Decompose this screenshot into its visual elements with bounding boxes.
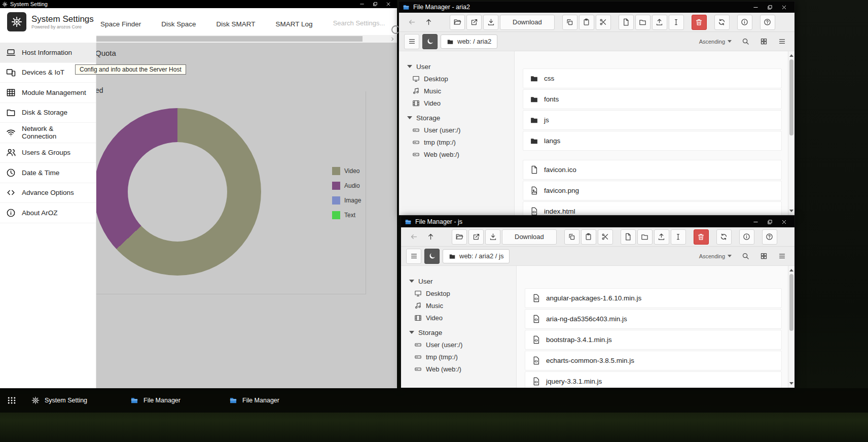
- search-settings-input[interactable]: [333, 19, 391, 27]
- tree-section-storage[interactable]: Storage: [401, 326, 516, 338]
- folder-row-js[interactable]: js: [523, 110, 782, 130]
- cut-button[interactable]: [596, 15, 611, 30]
- scrollbar-thumb[interactable]: [96, 36, 363, 42]
- open-in-new-window-button[interactable]: [468, 229, 484, 245]
- tab-smart-log[interactable]: SMART Log: [276, 20, 313, 28]
- list-view-button[interactable]: [774, 249, 789, 264]
- folder-row-fonts[interactable]: fonts: [523, 89, 782, 109]
- tree-item-video[interactable]: Video: [401, 312, 516, 324]
- properties-button[interactable]: [737, 15, 752, 30]
- refresh-button[interactable]: [714, 15, 730, 30]
- folder-row-css[interactable]: css: [523, 69, 782, 88]
- taskbar-item-file-manager-2[interactable]: File Manager: [221, 388, 320, 413]
- tree-item-user-drive[interactable]: User (user:/): [399, 124, 514, 136]
- new-file-button[interactable]: [619, 15, 634, 30]
- window-titlebar[interactable]: File Manager - js: [401, 216, 794, 227]
- scroll-down-arrow[interactable]: [789, 382, 793, 385]
- back-button[interactable]: [404, 15, 419, 30]
- paste-button[interactable]: [581, 229, 596, 245]
- tree-item-web-drive[interactable]: Web (web:/): [399, 148, 514, 160]
- tree-item-desktop[interactable]: Desktop: [399, 73, 514, 85]
- file-row-angular[interactable]: angular-packages-1.6.10.min.js: [525, 288, 782, 308]
- file-row-favicon-ico[interactable]: favicon.ico: [523, 160, 782, 180]
- sidebar-item-network-connection[interactable]: Network & Connection: [0, 123, 96, 143]
- minimize-button[interactable]: [748, 216, 763, 227]
- cut-button[interactable]: [598, 229, 613, 245]
- app-launcher-button[interactable]: [0, 388, 23, 413]
- upload-button[interactable]: [654, 229, 669, 245]
- scrollbar[interactable]: [788, 51, 794, 215]
- legend-item-text[interactable]: Text: [332, 211, 361, 219]
- tab-disk-smart[interactable]: Disk SMART: [216, 20, 256, 28]
- theme-toggle-button[interactable]: [422, 34, 438, 49]
- sidebar-item-users-groups[interactable]: Users & Groups: [0, 143, 96, 163]
- scroll-down-arrow[interactable]: [789, 210, 793, 212]
- tree-item-music[interactable]: Music: [401, 299, 516, 312]
- tree-section-user[interactable]: User: [401, 275, 516, 287]
- tree-item-music[interactable]: Music: [399, 85, 514, 97]
- open-folder-button[interactable]: [450, 15, 465, 30]
- tree-item-user-drive[interactable]: User (user:/): [401, 338, 516, 351]
- tab-disk-space[interactable]: Disk Space: [161, 20, 196, 28]
- close-button[interactable]: [777, 2, 791, 13]
- horizontal-scrollbar[interactable]: [96, 35, 397, 43]
- delete-button[interactable]: [694, 229, 709, 245]
- download-icon-button[interactable]: [485, 229, 500, 245]
- file-row-index-html[interactable]: index.html: [523, 201, 782, 215]
- sidebar-item-module-management[interactable]: Module Management: [0, 83, 96, 103]
- tree-item-tmp-drive[interactable]: tmp (tmp:/): [401, 351, 516, 363]
- download-button[interactable]: Download: [500, 15, 555, 30]
- maximize-button[interactable]: [763, 216, 777, 227]
- open-in-new-window-button[interactable]: [466, 15, 482, 30]
- download-button[interactable]: Download: [502, 229, 557, 245]
- scrollbar-thumb[interactable]: [789, 274, 793, 331]
- window-titlebar[interactable]: File Manager - aria2: [399, 2, 794, 13]
- tree-item-desktop[interactable]: Desktop: [401, 287, 516, 299]
- close-button[interactable]: [777, 216, 791, 227]
- theme-toggle-button[interactable]: [424, 249, 440, 264]
- maximize-button[interactable]: [763, 2, 777, 13]
- refresh-button[interactable]: [716, 229, 732, 245]
- list-view-button[interactable]: [774, 34, 789, 49]
- sort-order-dropdown[interactable]: Ascending: [696, 249, 735, 263]
- copy-button[interactable]: [564, 229, 580, 245]
- sidebar-item-advance-options[interactable]: Advance Options: [0, 183, 96, 203]
- scrollbar[interactable]: [788, 266, 794, 388]
- scroll-right-button[interactable]: [388, 35, 396, 43]
- up-button[interactable]: [421, 15, 436, 30]
- delete-button[interactable]: [692, 15, 707, 30]
- file-row-favicon-png[interactable]: favicon.png: [523, 181, 782, 200]
- tree-item-video[interactable]: Video: [399, 97, 514, 109]
- file-row-aria-ng[interactable]: aria-ng-da5356c403.min.js: [525, 309, 782, 329]
- sidebar-item-disk-storage[interactable]: Disk & Storage: [0, 103, 96, 123]
- taskbar-item-file-manager-1[interactable]: File Manager: [122, 388, 221, 413]
- sort-order-dropdown[interactable]: Ascending: [696, 35, 735, 49]
- minimize-button[interactable]: [748, 2, 763, 13]
- search-button[interactable]: [738, 249, 753, 264]
- search-button[interactable]: [738, 34, 753, 49]
- folder-row-langs[interactable]: langs: [523, 131, 782, 151]
- paste-button[interactable]: [579, 15, 594, 30]
- grid-view-button[interactable]: [756, 249, 771, 264]
- scrollbar-thumb[interactable]: [789, 59, 793, 135]
- file-row-jquery[interactable]: jquery-3.3.1.min.js: [525, 371, 782, 388]
- sidebar-item-host-information[interactable]: Host Information: [0, 43, 96, 63]
- window-titlebar[interactable]: System Setting: [0, 0, 397, 8]
- back-button[interactable]: [406, 229, 421, 245]
- menu-button[interactable]: [404, 34, 419, 49]
- tab-space-finder[interactable]: Space Finder: [100, 20, 141, 28]
- properties-button[interactable]: [739, 229, 754, 245]
- legend-item-audio[interactable]: Audio: [332, 182, 361, 190]
- new-folder-button[interactable]: [637, 229, 653, 245]
- grid-view-button[interactable]: [756, 34, 771, 49]
- scroll-up-arrow[interactable]: [789, 54, 793, 57]
- file-row-bootstrap[interactable]: bootstrap-3.4.1.min.js: [525, 330, 782, 350]
- new-file-button[interactable]: [621, 229, 636, 245]
- close-button[interactable]: [382, 0, 395, 8]
- file-row-echarts[interactable]: echarts-common-3.8.5.min.js: [525, 351, 782, 370]
- legend-item-image[interactable]: Image: [332, 196, 361, 205]
- sidebar-item-date-time[interactable]: Date & Time: [0, 163, 96, 183]
- tree-item-tmp-drive[interactable]: tmp (tmp:/): [399, 136, 514, 148]
- copy-button[interactable]: [562, 15, 577, 30]
- download-icon-button[interactable]: [483, 15, 498, 30]
